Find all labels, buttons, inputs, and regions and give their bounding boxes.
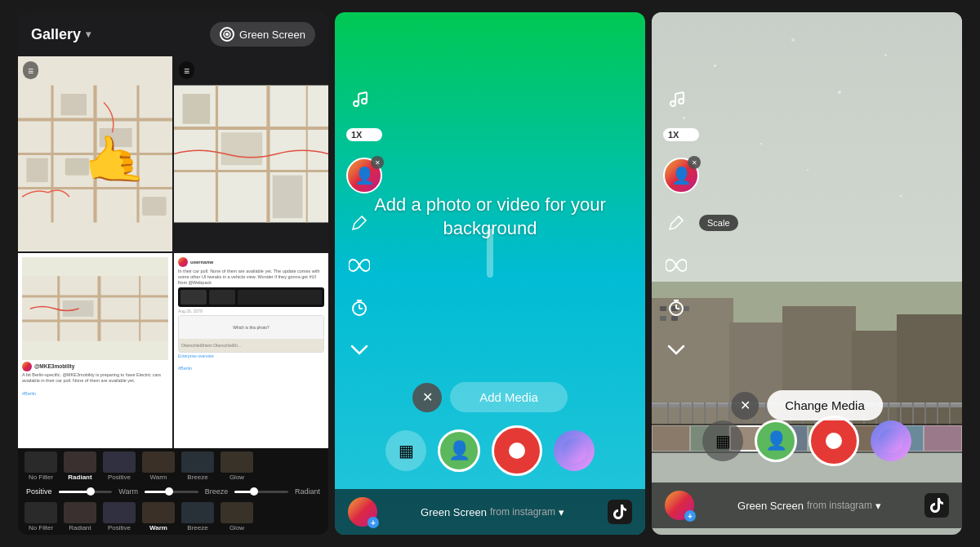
svg-rect-20 — [221, 132, 262, 165]
green-screen-button[interactable]: Green Screen — [210, 22, 315, 47]
source-chevron-p2: ▾ — [559, 506, 564, 518]
timer-icon[interactable] — [346, 295, 372, 321]
from-text-p2: from instagram — [490, 506, 555, 518]
chevron-down-icon-p3[interactable] — [663, 337, 689, 363]
filter-strip-1: No Filter Radiant Positive Warm Breeze G… — [18, 448, 328, 484]
panels-wrapper: Gallery ▾ Green Screen — [18, 12, 962, 535]
panel-change-media: 1X 👤 ✕ — [652, 12, 962, 535]
add-media-button[interactable]: Add Media — [450, 382, 568, 412]
filter-strip-2: No Filter Radiant Positive Warm Breeze G… — [18, 499, 328, 535]
svg-rect-11 — [27, 158, 48, 182]
svg-rect-13 — [142, 197, 166, 216]
cell1-menu[interactable]: ≡ — [23, 61, 38, 79]
panel-gallery: Gallery ▾ Green Screen — [18, 12, 328, 535]
slider-track[interactable] — [59, 491, 113, 493]
radiant-label-2: Radiant — [295, 487, 320, 496]
source-label-p2[interactable]: Green Screen from instagram ▾ — [421, 506, 564, 518]
scale-tooltip: Scale — [699, 215, 738, 231]
source-chevron-p3: ▾ — [875, 500, 881, 512]
slider-track-3[interactable] — [234, 491, 288, 493]
filter2-glow[interactable]: Glow — [219, 502, 255, 531]
svg-rect-22 — [273, 176, 303, 219]
filter-positive[interactable]: Positive — [101, 451, 137, 481]
record-button-p3[interactable] — [808, 416, 859, 466]
add-media-row: ✕ Add Media — [335, 376, 645, 419]
pencil-icon-p3[interactable] — [663, 210, 689, 236]
svg-rect-23 — [22, 276, 168, 341]
avatar-container[interactable]: 👤 ✕ — [346, 158, 382, 193]
source-label-p3[interactable]: Green Screen from instagram ▾ — [737, 500, 881, 512]
music-icon-p3[interactable] — [663, 86, 689, 112]
profile-avatar-p3[interactable]: + — [665, 491, 694, 520]
green-screen-text-p2: Green Screen — [421, 506, 487, 518]
left-toolbar-p2: 1X 👤 ✕ — [346, 86, 382, 363]
filter-breeze[interactable]: Breeze — [180, 451, 216, 481]
profile-avatar-p2[interactable]: + — [348, 497, 377, 527]
change-media-overlay: ✕ Change Media — [731, 390, 883, 420]
dismiss-add-media-button[interactable]: ✕ — [412, 383, 442, 412]
filter-radiant[interactable]: Radiant — [62, 451, 98, 481]
svg-line-33 — [359, 92, 367, 94]
svg-line-80 — [675, 92, 684, 94]
infinity-icon-p3[interactable] — [663, 252, 689, 278]
effects-gallery-button[interactable]: ▦ — [385, 430, 426, 471]
music-icon[interactable] — [346, 86, 372, 112]
avatar-button-p3[interactable]: 👤 — [755, 420, 797, 462]
close-change-media-button[interactable]: ✕ — [731, 392, 759, 420]
gallery-header: Gallery ▾ Green Screen — [18, 12, 328, 56]
filter-glow[interactable]: Glow — [219, 451, 255, 481]
breeze-label: Breeze — [205, 487, 229, 496]
filter-warm[interactable]: Warm — [140, 451, 176, 481]
chevron-down-icon[interactable] — [346, 337, 372, 363]
gallery-title-text: Gallery — [31, 26, 81, 43]
avatar-container-p3[interactable]: 👤 ✕ — [663, 158, 699, 193]
record-button[interactable] — [492, 425, 542, 476]
svg-rect-21 — [183, 94, 211, 124]
gallery-cell-1[interactable]: ≡ 🤙 — [18, 56, 172, 251]
from-text-p3: from instagram — [807, 500, 872, 511]
speed-badge[interactable]: 1X — [346, 128, 382, 141]
svg-line-82 — [679, 216, 683, 220]
gradient-button-p3[interactable] — [871, 420, 911, 461]
teardrop-element — [487, 229, 493, 278]
infinity-icon[interactable] — [346, 252, 372, 278]
gallery-title-group[interactable]: Gallery ▾ — [31, 26, 91, 43]
camera-effects-row: ▦ 👤 — [335, 419, 645, 489]
slider-track-2[interactable] — [145, 491, 198, 493]
gallery-chevron-icon: ▾ — [86, 29, 91, 40]
pencil-icon[interactable] — [346, 210, 372, 236]
green-screen-text-p3: Green Screen — [737, 500, 804, 512]
gallery-cell-4[interactable]: username In their car poll. None of them… — [174, 253, 328, 448]
effects-gallery-button-p3[interactable]: ▦ — [702, 420, 743, 461]
gallery-cell-2[interactable]: ≡ — [174, 56, 328, 251]
svg-point-1 — [225, 33, 229, 36]
add-avatar-icon: + — [368, 517, 379, 528]
filter2-radiant[interactable]: Radiant — [62, 502, 98, 531]
adjustment-row: Positive Warm Breeze Radiant — [18, 484, 328, 499]
filter2-warm[interactable]: Warm — [140, 502, 176, 531]
filter2-positive[interactable]: Positive — [101, 502, 137, 531]
gradient-effect-button[interactable] — [554, 430, 595, 471]
speed-badge-p3[interactable]: 1X — [663, 128, 699, 141]
bottom-bar-p3: + Green Screen from instagram ▾ — [652, 483, 962, 528]
svg-rect-9 — [61, 94, 87, 115]
svg-line-35 — [362, 216, 366, 220]
left-toolbar-p3: 1X 👤 ✕ — [663, 86, 699, 363]
cell2-menu[interactable]: ≡ — [179, 61, 194, 79]
green-screen-icon — [220, 27, 234, 42]
filter-no-filter[interactable]: No Filter — [23, 451, 59, 481]
warm-label: Warm — [118, 487, 138, 496]
p3-bottom-controls: ▦ 👤 + Green Screen from instagram — [652, 409, 962, 535]
tiktok-icon-p2[interactable] — [608, 500, 632, 524]
tiktok-icon-p3[interactable] — [924, 493, 949, 518]
green-screen-label: Green Screen — [239, 29, 305, 41]
add-avatar-icon-p3: + — [684, 510, 696, 522]
timer-icon-p3[interactable] — [663, 295, 689, 321]
change-media-button[interactable]: Change Media — [767, 390, 883, 420]
gallery-cell-3[interactable]: @MKE3mobility A bit Berlin-specific. @MK… — [18, 253, 172, 448]
positive-label: Positive — [26, 487, 52, 496]
filter2-no-filter[interactable]: No Filter — [23, 502, 59, 531]
filter2-breeze[interactable]: Breeze — [180, 502, 216, 531]
panel-greenscreen: 1X 👤 ✕ — [335, 12, 645, 535]
avatar-button[interactable]: 👤 — [438, 429, 480, 472]
